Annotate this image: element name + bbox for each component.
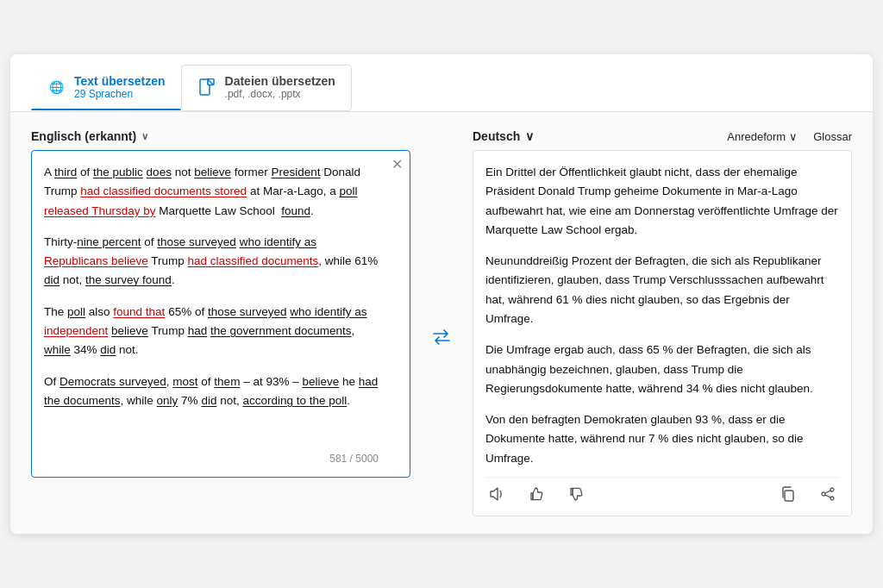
tab-text-title: Text übersetzen: [74, 74, 166, 88]
tab-text[interactable]: 🌐 Text übersetzen 29 Sprachen: [31, 66, 181, 110]
right-header: Deutsch ∨ Anredeform ∨ Glossar: [473, 129, 852, 143]
svg-point-4: [822, 492, 825, 496]
source-lang-chevron: ∨: [141, 131, 148, 142]
translation-box: Ein Drittel der Öffentlichkeit glaubt ni…: [473, 150, 852, 516]
thumbs-down-button[interactable]: [565, 485, 587, 504]
thumbs-up-button[interactable]: [525, 485, 548, 504]
trans-para-4: Von den befragten Demokraten glauben 93 …: [485, 410, 839, 468]
tab-text-sub: 29 Sprachen: [74, 88, 166, 100]
source-para-1: A third of the public does not believe f…: [44, 163, 379, 221]
tab-file[interactable]: Dateien übersetzen .pdf, .docx, .pptx: [181, 65, 352, 111]
tab-file-title: Dateien übersetzen: [225, 74, 335, 88]
translation-footer: [485, 477, 839, 504]
glossar-button[interactable]: Glossar: [813, 130, 852, 143]
footer-left-actions: [485, 485, 587, 504]
source-para-3: The poll also found that 65% of those su…: [44, 303, 379, 360]
source-text-content[interactable]: A third of the public does not believe f…: [44, 163, 379, 446]
anredeform-chevron: ∨: [789, 130, 798, 143]
tabs-bar: 🌐 Text übersetzen 29 Sprachen Dateien üb…: [10, 54, 873, 112]
left-panel: Englisch (erkannt) ∨ ✕ A third of the pu…: [31, 129, 410, 516]
source-lang-label: Englisch (erkannt): [31, 129, 136, 143]
share-button[interactable]: [817, 485, 839, 504]
svg-point-3: [830, 488, 834, 491]
footer-right-actions: [777, 485, 839, 504]
source-lang-selector[interactable]: Englisch (erkannt) ∨: [31, 129, 410, 143]
copy-button[interactable]: [777, 485, 799, 504]
source-para-4: Of Democrats surveyed, most of them – at…: [44, 372, 379, 411]
clear-source-button[interactable]: ✕: [391, 158, 403, 172]
speak-button[interactable]: [485, 485, 508, 504]
target-lang-selector[interactable]: Deutsch ∨: [473, 129, 534, 143]
globe-icon: 🌐: [47, 78, 66, 97]
svg-rect-2: [785, 491, 793, 501]
trans-para-1: Ein Drittel der Öffentlichkeit glaubt ni…: [485, 163, 839, 240]
source-para-2: Thirty-nine percent of those surveyed wh…: [44, 233, 379, 291]
target-lang-label: Deutsch: [473, 129, 520, 143]
swap-col: [424, 129, 459, 516]
right-panel: Deutsch ∨ Anredeform ∨ Glossar Ein Dritt…: [473, 129, 852, 516]
translation-text: Ein Drittel der Öffentlichkeit glaubt ni…: [485, 163, 839, 468]
tab-file-sub: .pdf, .docx, .pptx: [225, 88, 335, 100]
main-content: Englisch (erkannt) ∨ ✕ A third of the pu…: [10, 112, 873, 534]
right-actions: Anredeform ∨ Glossar: [727, 130, 852, 143]
char-count: 581 / 5000: [44, 453, 379, 465]
swap-languages-button[interactable]: [429, 157, 454, 516]
trans-para-2: Neununddreißig Prozent der Befragten, di…: [485, 252, 839, 328]
anredeform-label: Anredeform: [727, 130, 786, 143]
file-icon: [197, 78, 216, 97]
app-container: 🌐 Text übersetzen 29 Sprachen Dateien üb…: [10, 54, 873, 534]
svg-point-5: [830, 497, 834, 500]
source-text-box: ✕ A third of the public does not believe…: [31, 150, 410, 478]
target-lang-chevron: ∨: [525, 129, 534, 143]
trans-para-3: Die Umfrage ergab auch, dass 65 % der Be…: [485, 341, 839, 398]
anredeform-button[interactable]: Anredeform ∨: [727, 130, 798, 143]
glossar-label: Glossar: [813, 130, 852, 143]
